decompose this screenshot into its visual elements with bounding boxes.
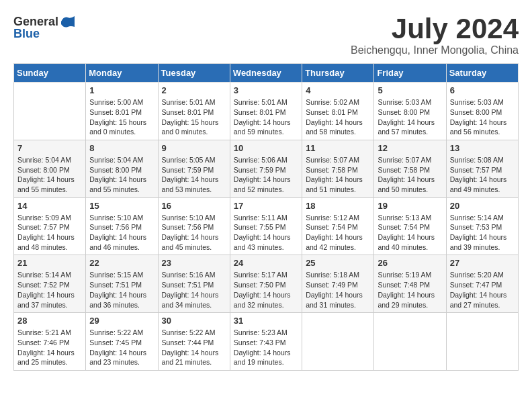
column-header-tuesday: Tuesday <box>158 64 230 83</box>
calendar-cell: 20Sunrise: 5:14 AM Sunset: 7:53 PM Dayli… <box>446 197 518 255</box>
calendar-cell: 28Sunrise: 5:21 AM Sunset: 7:46 PM Dayli… <box>14 313 86 371</box>
column-header-sunday: Sunday <box>14 64 86 83</box>
page-header: General Blue July 2024 Beichengqu, Inner… <box>13 13 519 56</box>
day-number: 1 <box>89 85 154 95</box>
day-info: Sunrise: 5:12 AM Sunset: 7:54 PM Dayligh… <box>306 213 370 253</box>
day-info: Sunrise: 5:07 AM Sunset: 7:58 PM Dayligh… <box>306 155 370 195</box>
day-number: 25 <box>306 258 370 268</box>
day-info: Sunrise: 5:04 AM Sunset: 8:00 PM Dayligh… <box>89 155 154 195</box>
day-info: Sunrise: 5:09 AM Sunset: 7:57 PM Dayligh… <box>17 213 82 253</box>
day-number: 2 <box>162 85 226 95</box>
day-number: 31 <box>234 316 298 326</box>
day-number: 30 <box>162 316 226 326</box>
calendar-cell: 19Sunrise: 5:13 AM Sunset: 7:54 PM Dayli… <box>374 197 446 255</box>
calendar-cell: 9Sunrise: 5:05 AM Sunset: 7:59 PM Daylig… <box>158 140 230 197</box>
day-number: 8 <box>89 143 154 153</box>
day-number: 28 <box>17 316 82 326</box>
column-header-saturday: Saturday <box>446 64 518 83</box>
day-number: 7 <box>17 143 82 153</box>
logo-blue: Blue <box>13 27 40 41</box>
day-number: 20 <box>450 201 515 211</box>
day-info: Sunrise: 5:01 AM Sunset: 8:01 PM Dayligh… <box>234 97 298 137</box>
calendar-cell: 13Sunrise: 5:08 AM Sunset: 7:57 PM Dayli… <box>446 140 518 197</box>
column-header-wednesday: Wednesday <box>230 64 302 83</box>
day-info: Sunrise: 5:02 AM Sunset: 8:01 PM Dayligh… <box>306 97 370 137</box>
title-area: July 2024 Beichengqu, Inner Mongolia, Ch… <box>351 13 519 56</box>
calendar-cell: 26Sunrise: 5:19 AM Sunset: 7:48 PM Dayli… <box>374 255 446 313</box>
day-info: Sunrise: 5:07 AM Sunset: 7:58 PM Dayligh… <box>378 155 442 195</box>
day-number: 12 <box>378 143 442 153</box>
day-number: 16 <box>162 201 226 211</box>
calendar-cell: 1Sunrise: 5:00 AM Sunset: 8:01 PM Daylig… <box>86 83 158 140</box>
calendar-week-row: 7Sunrise: 5:04 AM Sunset: 8:00 PM Daylig… <box>14 140 519 197</box>
day-info: Sunrise: 5:11 AM Sunset: 7:55 PM Dayligh… <box>234 213 298 253</box>
day-number: 24 <box>234 258 298 268</box>
calendar-cell: 31Sunrise: 5:23 AM Sunset: 7:43 PM Dayli… <box>230 313 302 371</box>
calendar-cell: 22Sunrise: 5:15 AM Sunset: 7:51 PM Dayli… <box>86 255 158 313</box>
day-info: Sunrise: 5:03 AM Sunset: 8:00 PM Dayligh… <box>378 97 442 137</box>
day-number: 26 <box>378 258 442 268</box>
calendar-cell: 16Sunrise: 5:10 AM Sunset: 7:56 PM Dayli… <box>158 197 230 255</box>
calendar-cell: 10Sunrise: 5:06 AM Sunset: 7:59 PM Dayli… <box>230 140 302 197</box>
calendar-header-row: SundayMondayTuesdayWednesdayThursdayFrid… <box>14 64 519 83</box>
day-number: 5 <box>378 85 442 95</box>
calendar-cell <box>302 313 374 371</box>
day-number: 11 <box>306 143 370 153</box>
calendar-cell: 12Sunrise: 5:07 AM Sunset: 7:58 PM Dayli… <box>374 140 446 197</box>
location-title: Beichengqu, Inner Mongolia, China <box>351 44 519 56</box>
day-info: Sunrise: 5:08 AM Sunset: 7:57 PM Dayligh… <box>450 155 515 195</box>
column-header-thursday: Thursday <box>302 64 374 83</box>
day-info: Sunrise: 5:20 AM Sunset: 7:47 PM Dayligh… <box>450 270 515 310</box>
day-number: 19 <box>378 201 442 211</box>
day-number: 4 <box>306 85 370 95</box>
calendar-cell: 11Sunrise: 5:07 AM Sunset: 7:58 PM Dayli… <box>302 140 374 197</box>
column-header-monday: Monday <box>86 64 158 83</box>
calendar-cell: 27Sunrise: 5:20 AM Sunset: 7:47 PM Dayli… <box>446 255 518 313</box>
day-number: 3 <box>234 85 298 95</box>
logo: General Blue <box>13 13 76 41</box>
day-info: Sunrise: 5:17 AM Sunset: 7:50 PM Dayligh… <box>234 270 298 310</box>
day-number: 27 <box>450 258 515 268</box>
calendar-cell: 14Sunrise: 5:09 AM Sunset: 7:57 PM Dayli… <box>14 197 86 255</box>
day-info: Sunrise: 5:16 AM Sunset: 7:51 PM Dayligh… <box>162 270 226 310</box>
calendar-cell: 21Sunrise: 5:14 AM Sunset: 7:52 PM Dayli… <box>14 255 86 313</box>
day-number: 29 <box>89 316 154 326</box>
calendar-cell: 6Sunrise: 5:03 AM Sunset: 8:00 PM Daylig… <box>446 83 518 140</box>
day-info: Sunrise: 5:05 AM Sunset: 7:59 PM Dayligh… <box>162 155 226 195</box>
calendar-cell: 4Sunrise: 5:02 AM Sunset: 8:01 PM Daylig… <box>302 83 374 140</box>
day-info: Sunrise: 5:15 AM Sunset: 7:51 PM Dayligh… <box>89 270 154 310</box>
day-info: Sunrise: 5:14 AM Sunset: 7:53 PM Dayligh… <box>450 213 515 253</box>
day-number: 14 <box>17 201 82 211</box>
day-info: Sunrise: 5:04 AM Sunset: 8:00 PM Dayligh… <box>17 155 82 195</box>
calendar-cell: 2Sunrise: 5:01 AM Sunset: 8:01 PM Daylig… <box>158 83 230 140</box>
day-info: Sunrise: 5:01 AM Sunset: 8:01 PM Dayligh… <box>162 97 226 137</box>
calendar-cell: 5Sunrise: 5:03 AM Sunset: 8:00 PM Daylig… <box>374 83 446 140</box>
calendar-cell: 3Sunrise: 5:01 AM Sunset: 8:01 PM Daylig… <box>230 83 302 140</box>
logo-icon <box>60 13 76 30</box>
calendar-cell: 24Sunrise: 5:17 AM Sunset: 7:50 PM Dayli… <box>230 255 302 313</box>
day-info: Sunrise: 5:13 AM Sunset: 7:54 PM Dayligh… <box>378 213 442 253</box>
calendar-cell <box>14 83 86 140</box>
day-info: Sunrise: 5:14 AM Sunset: 7:52 PM Dayligh… <box>17 270 82 310</box>
day-info: Sunrise: 5:18 AM Sunset: 7:49 PM Dayligh… <box>306 270 370 310</box>
calendar-cell: 7Sunrise: 5:04 AM Sunset: 8:00 PM Daylig… <box>14 140 86 197</box>
day-info: Sunrise: 5:23 AM Sunset: 7:43 PM Dayligh… <box>234 328 298 367</box>
calendar-cell <box>446 313 518 371</box>
day-number: 10 <box>234 143 298 153</box>
calendar-cell: 8Sunrise: 5:04 AM Sunset: 8:00 PM Daylig… <box>86 140 158 197</box>
day-number: 15 <box>89 201 154 211</box>
calendar-cell: 30Sunrise: 5:22 AM Sunset: 7:44 PM Dayli… <box>158 313 230 371</box>
day-number: 17 <box>234 201 298 211</box>
calendar-cell: 29Sunrise: 5:22 AM Sunset: 7:45 PM Dayli… <box>86 313 158 371</box>
column-header-friday: Friday <box>374 64 446 83</box>
day-number: 23 <box>162 258 226 268</box>
calendar-cell: 23Sunrise: 5:16 AM Sunset: 7:51 PM Dayli… <box>158 255 230 313</box>
day-info: Sunrise: 5:10 AM Sunset: 7:56 PM Dayligh… <box>162 213 226 253</box>
day-number: 6 <box>450 85 515 95</box>
day-info: Sunrise: 5:22 AM Sunset: 7:44 PM Dayligh… <box>162 328 226 367</box>
day-info: Sunrise: 5:06 AM Sunset: 7:59 PM Dayligh… <box>234 155 298 195</box>
day-info: Sunrise: 5:22 AM Sunset: 7:45 PM Dayligh… <box>89 328 154 367</box>
calendar-cell: 25Sunrise: 5:18 AM Sunset: 7:49 PM Dayli… <box>302 255 374 313</box>
calendar-cell: 17Sunrise: 5:11 AM Sunset: 7:55 PM Dayli… <box>230 197 302 255</box>
calendar-table: SundayMondayTuesdayWednesdayThursdayFrid… <box>13 63 519 371</box>
